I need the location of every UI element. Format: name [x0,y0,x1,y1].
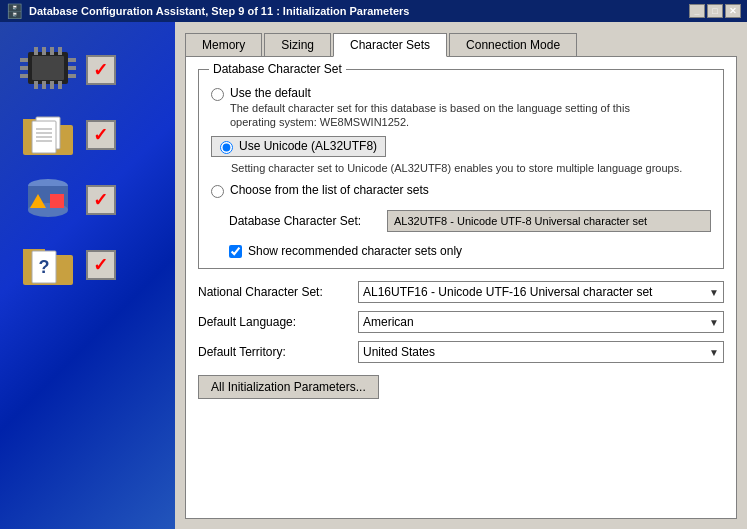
unicode-box-container: Use Unicode (AL32UTF8) Setting character… [211,136,711,175]
checkmark-3: ✓ [86,185,116,215]
tab-memory[interactable]: Memory [185,33,262,57]
all-params-container: All Initialization Parameters... [198,371,724,399]
svg-rect-7 [42,81,46,89]
default-territory-value: United States [363,345,435,359]
svg-text:?: ? [38,257,49,277]
svg-rect-14 [68,66,76,70]
db-charset-field-label: Database Character Set: [229,214,379,228]
minimize-button[interactable]: _ [689,4,705,18]
svg-rect-28 [50,194,64,208]
radio-unicode-desc: Setting character set to Unicode (AL32UT… [231,162,682,174]
svg-rect-1 [32,56,64,80]
default-language-value: American [363,315,414,329]
default-language-row: Default Language: American ▼ [198,311,724,333]
section-title: Database Character Set [209,62,346,76]
radio-choose-list[interactable] [211,185,224,198]
all-params-button[interactable]: All Initialization Parameters... [198,375,379,399]
checkmark-4: ✓ [86,250,116,280]
radio-use-unicode-label[interactable]: Use Unicode (AL32UTF8) [239,139,377,153]
national-charset-row: National Character Set: AL16UTF16 - Unic… [198,281,724,303]
folder-docs-icon [18,107,78,162]
radio-use-default-desc1: The default character set for this datab… [230,102,630,114]
radio-choose-list-label[interactable]: Choose from the list of character sets [230,183,429,197]
default-language-arrow: ▼ [709,317,719,328]
checkmark-1: ✓ [86,55,116,85]
svg-rect-10 [20,58,28,62]
default-language-label: Default Language: [198,315,358,329]
close-button[interactable]: ✕ [725,4,741,18]
default-territory-label: Default Territory: [198,345,358,359]
title-bar: 🗄️ Database Configuration Assistant, Ste… [0,0,747,22]
svg-rect-4 [50,47,54,55]
show-recommended-row: Show recommended character sets only [229,244,711,258]
svg-rect-2 [34,47,38,55]
help-folder-icon: ? [18,237,78,292]
checkmark-2: ✓ [86,120,116,150]
tab-connection-mode[interactable]: Connection Mode [449,33,577,57]
db-charset-field[interactable] [387,210,711,232]
national-charset-value: AL16UTF16 - Unicode UTF-16 Universal cha… [363,285,652,299]
svg-rect-12 [20,74,28,78]
svg-rect-3 [42,47,46,55]
right-panel: Memory Sizing Character Sets Connection … [175,22,747,529]
national-charset-label: National Character Set: [198,285,358,299]
db-charset-section: Database Character Set Use the default T… [198,69,724,269]
tab-character-sets[interactable]: Character Sets [333,33,447,57]
radio-choose-list-row: Choose from the list of character sets [211,183,711,198]
svg-rect-15 [68,74,76,78]
tab-bar: Memory Sizing Character Sets Connection … [185,32,737,56]
db-charset-field-row: Database Character Set: [229,210,711,232]
main-content: ✓ ✓ [0,22,747,529]
left-panel: ✓ ✓ [0,22,175,529]
radio-use-unicode[interactable] [220,141,233,154]
svg-rect-6 [34,81,38,89]
radio-unicode-row: Use Unicode (AL32UTF8) [220,139,377,154]
maximize-button[interactable]: □ [707,4,723,18]
window-title: Database Configuration Assistant, Step 9… [29,5,409,17]
tab-content: Database Character Set Use the default T… [185,56,737,519]
svg-rect-11 [20,66,28,70]
icon-item-2: ✓ [18,107,158,162]
chip-icon [18,42,78,97]
radio-group: Use the default The default character se… [211,86,711,258]
national-charset-arrow: ▼ [709,287,719,298]
icon-item-4: ? ✓ [18,237,158,292]
icon-item-1: ✓ [18,42,158,97]
radio-use-default-desc2: operating system: WE8MSWIN1252. [230,116,630,128]
shapes-icon [18,172,78,227]
national-charset-select[interactable]: AL16UTF16 - Unicode UTF-16 Universal cha… [358,281,724,303]
svg-rect-13 [68,58,76,62]
radio-use-default[interactable] [211,88,224,101]
tab-sizing[interactable]: Sizing [264,33,331,57]
show-recommended-label[interactable]: Show recommended character sets only [248,244,462,258]
default-territory-row: Default Territory: United States ▼ [198,341,724,363]
radio-use-default-row: Use the default The default character se… [211,86,711,128]
default-territory-select[interactable]: United States ▼ [358,341,724,363]
default-language-select[interactable]: American ▼ [358,311,724,333]
svg-rect-9 [58,81,62,89]
svg-rect-5 [58,47,62,55]
form-section: National Character Set: AL16UTF16 - Unic… [198,281,724,363]
icon-item-3: ✓ [18,172,158,227]
default-territory-arrow: ▼ [709,347,719,358]
radio-use-default-label[interactable]: Use the default [230,86,630,100]
show-recommended-checkbox[interactable] [229,245,242,258]
svg-rect-8 [50,81,54,89]
